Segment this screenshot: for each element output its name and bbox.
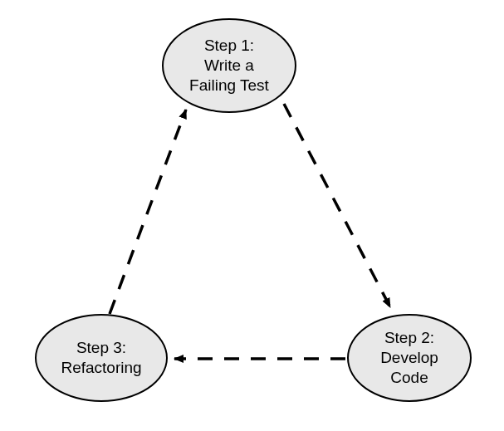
node-step1-label: Step 1: Write a Failing Test [189,36,269,95]
node-step3: Step 3: Refactoring [35,314,168,402]
node-step1: Step 1: Write a Failing Test [162,18,296,113]
node-step2: Step 2: Develop Code [347,314,472,402]
node-step1-line2: Write a [204,56,254,74]
node-step3-line2: Refactoring [61,359,141,376]
node-step2-label: Step 2: Develop Code [380,328,438,387]
node-step2-line1: Step 2: [384,329,434,346]
node-step1-line3: Failing Test [189,76,269,94]
node-step1-line1: Step 1: [204,37,254,54]
node-step3-label: Step 3: Refactoring [61,338,141,378]
arrow-step1-step2 [284,104,390,307]
arrow-step3-step1 [110,110,186,314]
node-step3-line1: Step 3: [76,339,126,356]
node-step2-line2: Develop [380,349,438,366]
node-step2-line3: Code [390,369,428,386]
tdd-cycle-diagram: Step 1: Write a Failing Test Step 2: Dev… [0,0,504,431]
